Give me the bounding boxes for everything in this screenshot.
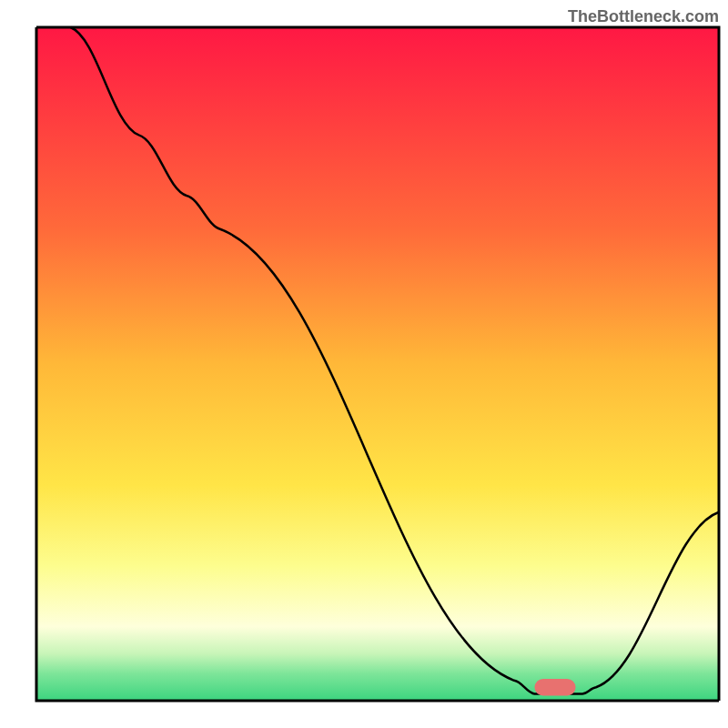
chart-container: TheBottleneck.com xyxy=(0,0,728,728)
gradient-background xyxy=(36,27,719,701)
bottleneck-chart xyxy=(0,0,728,728)
watermark-text: TheBottleneck.com xyxy=(568,7,719,26)
optimal-marker xyxy=(535,679,576,696)
